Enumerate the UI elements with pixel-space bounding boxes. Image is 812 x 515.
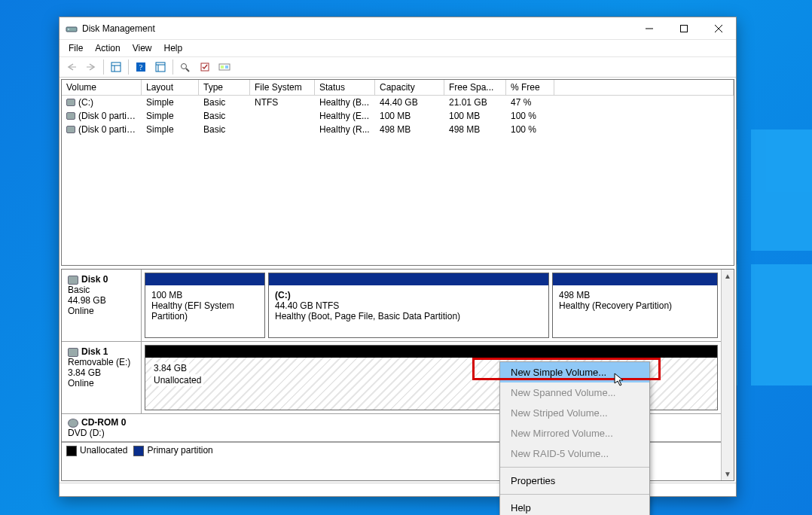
volume-type: Basic xyxy=(199,96,250,109)
refresh-button[interactable] xyxy=(176,59,194,75)
svg-rect-21 xyxy=(225,66,228,69)
volume-pct: 100 % xyxy=(506,109,554,123)
partition-bar-unallocated xyxy=(145,346,717,358)
help-button[interactable]: ? xyxy=(132,59,150,75)
cdrom-icon xyxy=(68,419,78,428)
partition-size: 3.84 GB xyxy=(151,362,189,374)
maximize-button[interactable] xyxy=(667,17,701,40)
partition-status: Unallocated xyxy=(151,374,203,386)
col-capacity[interactable]: Capacity xyxy=(375,80,444,95)
disk-title: Disk 0 xyxy=(81,274,108,285)
partition-bar-primary xyxy=(269,273,548,285)
partition[interactable]: (C:) 44.40 GB NTFS Healthy (Boot, Page F… xyxy=(268,273,549,338)
ctx-new-raid5-volume: New RAID-5 Volume... xyxy=(500,443,649,464)
partition-bar-primary xyxy=(145,273,264,285)
rescan-button[interactable] xyxy=(196,59,214,75)
volume-row[interactable]: (C:) Simple Basic NTFS Healthy (B... 44.… xyxy=(62,96,734,109)
volume-free: 100 MB xyxy=(444,109,506,123)
col-layout[interactable]: Layout xyxy=(142,80,199,95)
volume-capacity: 100 MB xyxy=(375,109,444,123)
volume-status: Healthy (E... xyxy=(315,109,375,123)
ctx-new-striped-volume: New Striped Volume... xyxy=(500,403,649,423)
partition-label: (C:) xyxy=(275,290,542,300)
volume-pct: 100 % xyxy=(506,123,554,136)
disk-info[interactable]: Disk 1 Removable (E:) 3.84 GB Online xyxy=(62,342,142,413)
legend-label-primary: Primary partition xyxy=(147,445,212,456)
minimize-button[interactable] xyxy=(632,17,667,40)
volume-name: (Disk 0 partition 4) xyxy=(78,124,142,135)
svg-text:?: ? xyxy=(139,63,143,72)
volume-free: 21.01 GB xyxy=(444,96,506,109)
volume-icon xyxy=(66,112,75,120)
volume-row[interactable]: (Disk 0 partition 1) Simple Basic Health… xyxy=(62,109,734,123)
col-filesystem[interactable]: File System xyxy=(250,80,315,95)
disk-size: 44.98 GB xyxy=(68,295,135,306)
volume-name: (C:) xyxy=(78,97,93,108)
col-free[interactable]: Free Spa... xyxy=(444,80,506,95)
volume-status: Healthy (B... xyxy=(315,96,375,109)
menu-file[interactable]: File xyxy=(63,41,89,55)
app-icon xyxy=(66,23,78,35)
volume-layout: Simple xyxy=(142,109,199,123)
ctx-help[interactable]: Help xyxy=(500,498,649,515)
close-button[interactable] xyxy=(701,17,736,40)
svg-rect-3 xyxy=(681,25,688,32)
svg-line-17 xyxy=(186,69,189,72)
volume-list-header: Volume Layout Type File System Status Ca… xyxy=(62,80,734,96)
ctx-properties[interactable]: Properties xyxy=(500,471,649,491)
menu-bar: File Action View Help xyxy=(60,40,736,56)
volume-fs: NTFS xyxy=(250,96,315,109)
scroll-down-icon[interactable]: ▼ xyxy=(722,468,734,480)
partition[interactable]: 498 MB Healthy (Recovery Partition) xyxy=(552,273,718,338)
svg-rect-13 xyxy=(156,62,165,72)
volume-type: Basic xyxy=(199,109,250,123)
volume-capacity: 44.40 GB xyxy=(375,96,444,109)
legend-swatch-primary xyxy=(133,446,144,456)
show-hide-tree-button[interactable] xyxy=(107,59,125,75)
volume-layout: Simple xyxy=(142,123,199,136)
back-button[interactable] xyxy=(63,59,81,75)
volume-status: Healthy (R... xyxy=(315,123,375,136)
disk-size: 3.84 GB xyxy=(68,367,135,378)
svg-point-16 xyxy=(182,64,187,69)
menu-action[interactable]: Action xyxy=(89,41,126,55)
toolbar: ? xyxy=(60,56,736,78)
volume-name: (Disk 0 partition 1) xyxy=(78,111,142,121)
volume-pct: 47 % xyxy=(506,96,554,109)
volume-row[interactable]: (Disk 0 partition 4) Simple Basic Health… xyxy=(62,123,734,136)
disk-status: Online xyxy=(68,378,135,389)
disk-row: Disk 0 Basic 44.98 GB Online 100 MB Heal… xyxy=(62,270,721,342)
properties-button[interactable] xyxy=(151,59,169,75)
svg-rect-8 xyxy=(111,62,121,72)
col-pct[interactable]: % Free xyxy=(506,80,554,95)
cursor-icon xyxy=(613,372,628,387)
col-spacer xyxy=(554,80,734,95)
col-volume[interactable]: Volume xyxy=(62,80,142,95)
partition-status: Healthy (Boot, Page File, Basic Data Par… xyxy=(275,311,542,321)
volume-fs xyxy=(250,109,315,123)
partition[interactable]: 100 MB Healthy (EFI System Partition) xyxy=(145,273,265,338)
volume-fs xyxy=(250,123,315,136)
disk-info[interactable]: Disk 0 Basic 44.98 GB Online xyxy=(62,270,142,341)
volume-capacity: 498 MB xyxy=(375,123,444,136)
window-title: Disk Management xyxy=(82,23,155,34)
disk-type: Basic xyxy=(68,285,135,295)
vertical-scrollbar[interactable]: ▲ ▼ xyxy=(721,270,734,480)
col-type[interactable]: Type xyxy=(199,80,250,95)
forward-button[interactable] xyxy=(82,59,100,75)
partition-status: Healthy (EFI System Partition) xyxy=(151,300,258,321)
menu-help[interactable]: Help xyxy=(158,41,189,55)
volume-layout: Simple xyxy=(142,96,199,109)
titlebar: Disk Management xyxy=(60,17,736,40)
col-status[interactable]: Status xyxy=(315,80,375,95)
partition-status: Healthy (Recovery Partition) xyxy=(559,300,711,311)
scroll-up-icon[interactable]: ▲ xyxy=(722,270,734,282)
menu-view[interactable]: View xyxy=(127,41,158,55)
volume-icon xyxy=(66,126,75,133)
disk-type: Removable (E:) xyxy=(68,357,135,367)
disk-title: Disk 1 xyxy=(81,346,108,357)
disk-status: Online xyxy=(68,306,135,316)
volume-icon xyxy=(66,99,75,106)
settings-button[interactable] xyxy=(215,59,234,75)
svg-rect-20 xyxy=(221,66,224,69)
